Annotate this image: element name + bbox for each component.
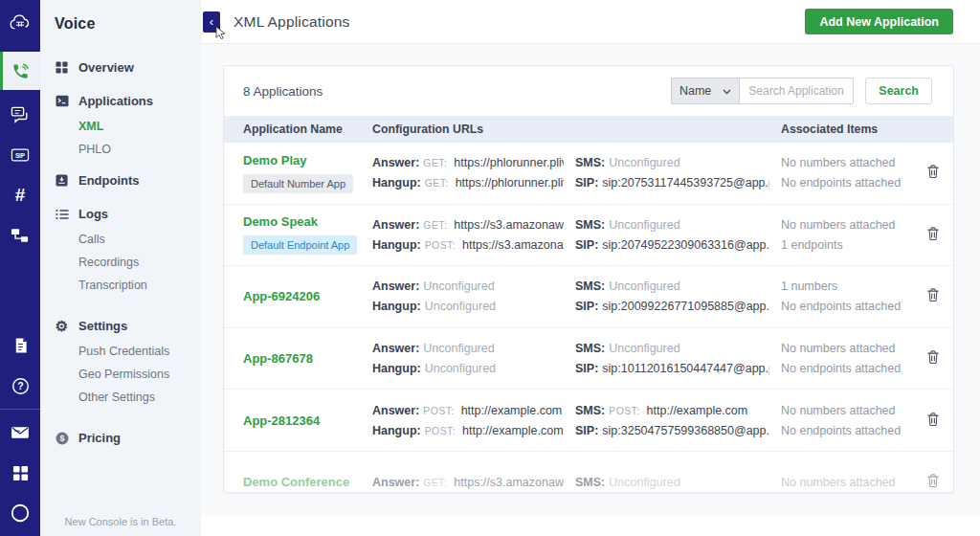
config-value: http://example.com [462, 424, 564, 437]
application-name-link[interactable]: Demo Play [243, 153, 306, 168]
application-name-link[interactable]: App-2812364 [243, 413, 320, 428]
application-name-link[interactable]: App-867678 [243, 351, 313, 366]
sidebar-item-transcription[interactable]: Transcription [40, 274, 201, 297]
delete-cell [910, 224, 954, 246]
sidebar-item-phlo[interactable]: PHLO [40, 138, 201, 161]
config-label: Answer: [372, 156, 419, 169]
config-line: SIP:sip:32504757599368850@app.pliv... [575, 424, 769, 437]
apps-grid-icon[interactable] [0, 454, 40, 492]
application-name-link[interactable]: Demo Speak [243, 214, 318, 229]
config-urls-primary: Answer:UnconfiguredHangup:Unconfigured [372, 342, 575, 375]
config-label: SIP: [575, 176, 598, 190]
search-field-select[interactable]: Name [671, 78, 739, 104]
svg-text:SIP: SIP [15, 152, 25, 159]
trash-icon[interactable] [924, 347, 942, 369]
config-value: https://s3.amazonaws.... [462, 238, 564, 252]
config-label: Hangup: [372, 424, 421, 437]
sidebar-item-applications[interactable]: Applications [40, 87, 201, 115]
default-app-badge: Default Number App [243, 174, 353, 193]
messaging-product-icon[interactable] [0, 96, 40, 134]
sidebar-item-settings[interactable]: ⚙ Settings [40, 312, 201, 340]
sidebar-item-label: Overview [78, 60, 134, 75]
config-value: Unconfigured [609, 342, 679, 355]
config-value: sip:20749522309063316@app.pliv... [602, 238, 769, 252]
beta-note: New Console is in Beta. [40, 516, 201, 527]
phlo-product-icon[interactable] [0, 216, 40, 255]
delete-cell [910, 471, 954, 493]
table-row: Demo PlayDefault Number AppAnswer:GET:ht… [224, 143, 953, 205]
delete-cell [910, 347, 954, 369]
config-value: Unconfigured [609, 279, 679, 293]
config-label: SMS: [575, 476, 605, 489]
column-header-application-name: Application Name [224, 123, 372, 136]
docs-icon[interactable] [0, 326, 40, 365]
config-line: Answer:Unconfigured [372, 279, 564, 293]
phone-numbers-product-icon[interactable]: # [0, 176, 40, 214]
applications-table-body: Demo PlayDefault Number AppAnswer:GET:ht… [224, 143, 953, 493]
trash-icon[interactable] [924, 471, 942, 493]
config-value: Unconfigured [425, 362, 496, 375]
application-name-cell: App-867678 [224, 351, 372, 366]
applications-icon [55, 95, 69, 107]
config-value: https://phlorunner.plivo... [454, 156, 564, 169]
config-urls-secondary: SMS:POST:http://example.comSIP:sip:32504… [575, 404, 781, 437]
feedback-envelope-icon[interactable] [0, 413, 40, 452]
config-label: SIP: [575, 300, 598, 313]
http-method-label: POST: [425, 239, 456, 251]
config-value: http://example.com [647, 404, 748, 417]
voice-product-icon[interactable] [0, 52, 40, 90]
config-label: Answer: [372, 342, 419, 355]
application-name-link[interactable]: Demo Conference [243, 475, 349, 489]
associated-items-cell: No numbers attached [781, 476, 910, 489]
config-value: Unconfigured [609, 156, 679, 169]
sidebar-collapse-button[interactable]: ‹ [203, 11, 220, 33]
chevron-left-icon: ‹ [210, 15, 213, 28]
config-line: Answer:Unconfigured [372, 342, 564, 355]
config-line: Hangup:Unconfigured [372, 300, 564, 313]
associated-item: No numbers attached [781, 342, 910, 355]
column-header-configuration-urls: Configuration URLs [372, 123, 781, 136]
config-label: Hangup: [372, 176, 421, 190]
associated-item: No numbers attached [781, 404, 910, 417]
associated-item: 1 numbers [781, 279, 910, 293]
config-line: SIP:sip:20099226771095885@app.pliv... [575, 300, 769, 313]
trash-icon[interactable] [924, 162, 942, 184]
account-avatar[interactable] [0, 494, 40, 532]
sidebar-item-pricing[interactable]: $ Pricing [40, 424, 201, 452]
delete-cell [910, 410, 954, 432]
sidebar-item-xml[interactable]: XML [40, 115, 201, 138]
associated-item: No numbers attached [781, 476, 910, 489]
trash-icon[interactable] [924, 410, 942, 432]
add-new-application-button[interactable]: Add New Application [805, 9, 953, 34]
help-icon[interactable]: ? [0, 367, 40, 405]
config-label: SMS: [575, 279, 605, 293]
search-button[interactable]: Search [865, 78, 932, 104]
sidebar-item-geo-permissions[interactable]: Geo Permissions [40, 363, 201, 386]
bottom-strip [201, 517, 980, 536]
sidebar-item-recordings[interactable]: Recordings [40, 251, 201, 274]
http-method-label: POST: [425, 425, 456, 436]
search-application-input[interactable] [739, 78, 854, 104]
trash-icon[interactable] [924, 224, 942, 246]
sip-trunking-product-icon[interactable]: SIP [0, 136, 40, 174]
config-line: Hangup:Unconfigured [372, 362, 564, 375]
config-line: Answer:GET:https://s3.amazonaws.c... [372, 476, 564, 489]
application-name-link[interactable]: App-6924206 [243, 289, 320, 303]
config-line: SMS:Unconfigured [575, 218, 769, 232]
sidebar-item-endpoints[interactable]: Endpoints [40, 167, 201, 194]
sidebar-item-overview[interactable]: Overview [40, 54, 201, 81]
sidebar-item-logs[interactable]: Logs [40, 200, 201, 228]
sidebar-item-calls[interactable]: Calls [40, 228, 201, 251]
sidebar-item-push-credentials[interactable]: Push Credentials [40, 340, 201, 363]
http-method-label: POST: [423, 405, 454, 416]
config-line: SMS:Unconfigured [575, 342, 769, 355]
associated-items-cell: No numbers attachedNo endpoints attached [781, 404, 910, 437]
trash-icon[interactable] [924, 285, 942, 307]
plivo-logo-icon[interactable] [0, 4, 40, 42]
main-area: ‹ XML Applications Add New Application 8… [201, 0, 980, 536]
config-line: SIP:sip:10112016150447447@app.plivo.... [575, 362, 769, 375]
associated-items-cell: No numbers attachedNo endpoints attached [781, 342, 910, 375]
config-line: SMS:POST:http://example.com [575, 404, 769, 417]
sidebar-item-other-settings[interactable]: Other Settings [40, 386, 201, 409]
mouse-cursor-icon [215, 26, 227, 41]
